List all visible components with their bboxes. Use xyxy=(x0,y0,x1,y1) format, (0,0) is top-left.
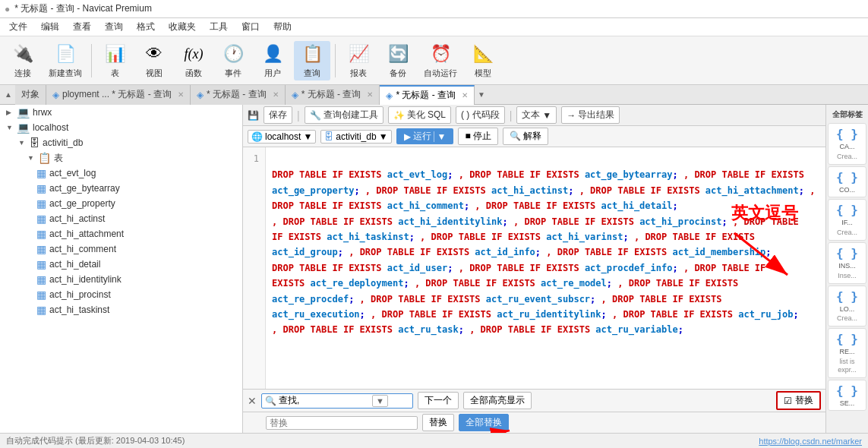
table-icon: 📊 xyxy=(103,43,127,66)
sidebar-item-act-hi-procinst[interactable]: ▦ act_hi_procinst xyxy=(0,287,242,302)
sidebar-item-act-hi-actinst[interactable]: ▦ act_hi_actinst xyxy=(0,211,242,226)
arrow-hrwx: ▶ xyxy=(6,109,14,116)
tab-query-2[interactable]: ◈ * 无标题 - 查询 ✕ xyxy=(191,85,286,105)
act-hi-taskinst-label: act_hi_taskinst xyxy=(49,304,109,315)
view-icon: 👁 xyxy=(142,43,166,66)
toolbar-model[interactable]: 📐 模型 xyxy=(465,41,501,80)
toolbar-table[interactable]: 📊 表 xyxy=(96,41,133,80)
search-dropdown[interactable]: ▼ xyxy=(372,395,388,407)
search-input[interactable] xyxy=(279,396,370,406)
sidebar-item-act-hi-attachment[interactable]: ▦ act_hi_attachment xyxy=(0,226,242,241)
toolbar-connect-label: 连接 xyxy=(14,68,31,79)
tab-object[interactable]: 对象 xyxy=(15,85,46,105)
next-button[interactable]: 下一个 xyxy=(418,392,459,409)
right-panel-co[interactable]: { } CO... xyxy=(828,166,866,198)
sidebar-item-localhost[interactable]: ▼ 💻 localhost xyxy=(0,120,242,135)
code-content[interactable]: DROP TABLE IF EXISTS act_evt_log; , DROP… xyxy=(266,147,825,389)
lo-icon: { } xyxy=(836,289,858,304)
menu-tools[interactable]: 工具 xyxy=(204,19,234,35)
tab-query-1[interactable]: ◈ ployment ... * 无标题 - 查询 ✕ xyxy=(46,85,191,105)
status-url: https://blog.csdn.net/marker xyxy=(759,437,862,446)
save-button[interactable]: 保存 xyxy=(264,106,292,124)
app-title: * 无标题 - 查询 - Navicat Premium xyxy=(14,2,152,15)
right-panel-sel[interactable]: { } SE... xyxy=(828,380,866,412)
tables-icon: 📋 xyxy=(38,152,51,164)
beautify-button[interactable]: ✨ 美化 SQL xyxy=(388,106,451,124)
host-dropdown-icon: ▼ xyxy=(303,131,312,142)
right-panel-lo[interactable]: { } LO... Crea... xyxy=(828,286,866,327)
tab-query-1-close[interactable]: ✕ xyxy=(178,90,184,99)
toolbar-query[interactable]: 📋 查询 xyxy=(294,41,330,80)
menu-edit[interactable]: 编辑 xyxy=(35,19,65,35)
model-icon: 📐 xyxy=(471,43,495,66)
if-sub: Crea... xyxy=(837,229,857,237)
sidebar-item-activiti-db[interactable]: ▼ 🗄 activiti_db xyxy=(0,135,242,150)
menu-window[interactable]: 窗口 xyxy=(235,19,266,35)
host-select[interactable]: 🌐 localhost ▼ xyxy=(248,130,316,144)
main-toolbar: 🔌 连接 📄 新建查询 📊 表 👁 视图 f(x) 函数 🕐 事件 👤 用户 📋… xyxy=(0,36,868,85)
menu-favorites[interactable]: 收藏夹 xyxy=(163,19,202,35)
sidebar-item-tables[interactable]: ▼ 📋 表 xyxy=(0,150,242,166)
tab-object-label: 对象 xyxy=(21,88,39,101)
sidebar-item-act-ge-property[interactable]: ▦ act_ge_property xyxy=(0,196,242,211)
stop-button[interactable]: ■ 停止 xyxy=(458,128,498,145)
text-button[interactable]: 文本 ▼ xyxy=(516,106,557,124)
toolbar-view[interactable]: 👁 视图 xyxy=(136,41,172,80)
export-button[interactable]: → 导出结果 xyxy=(561,106,620,124)
sidebar-item-act-evt-log[interactable]: ▦ act_evt_log xyxy=(0,166,242,181)
rep-icon: { } xyxy=(836,332,858,346)
toolbar-user[interactable]: 👤 用户 xyxy=(254,41,291,80)
toolbar-event-label: 事件 xyxy=(225,68,241,79)
db-select[interactable]: 🗄 activiti_db ▼ xyxy=(320,130,391,144)
run-button[interactable]: ▶ 运行 ▼ xyxy=(396,128,454,144)
replace-toggle[interactable]: ☑ 替换 xyxy=(776,391,821,410)
toolbar-auto-run[interactable]: ⏰ 自动运行 xyxy=(419,41,462,80)
code-editor[interactable]: 1 DROP TABLE IF EXISTS act_evt_log; , DR… xyxy=(243,147,825,389)
menu-view[interactable]: 查看 xyxy=(67,19,97,35)
toolbar-func[interactable]: f(x) 函数 xyxy=(175,41,212,80)
act-ge-property-label: act_ge_property xyxy=(49,198,115,209)
sidebar-tree: ▶ 💻 hrwx ▼ 💻 localhost ▼ 🗄 activiti_db ▼… xyxy=(0,105,242,433)
tab-query-2-label: * 无标题 - 查询 xyxy=(207,88,267,101)
code-snippet-button[interactable]: ( ) 代码段 xyxy=(456,106,505,124)
tab-query-3-close[interactable]: ✕ xyxy=(367,90,373,99)
if-label: IF... xyxy=(841,219,853,227)
toolbar-new-query[interactable]: 📄 新建查询 xyxy=(44,41,87,80)
create-query-button[interactable]: 🔧 查询创建工具 xyxy=(305,106,383,124)
toolbar-backup[interactable]: 🔄 备份 xyxy=(380,41,416,80)
replace-button[interactable]: 替换 xyxy=(422,414,454,431)
replace-input[interactable] xyxy=(270,418,361,428)
right-panel-rep[interactable]: { } RE... list is expr... xyxy=(828,328,866,377)
text-dropdown-icon: ▼ xyxy=(542,110,551,121)
explain-button[interactable]: 🔍 解释 xyxy=(503,128,548,145)
tab-query-4[interactable]: ◈ * 无标题 - 查询 ✕ xyxy=(380,85,475,105)
menu-format[interactable]: 格式 xyxy=(131,19,161,35)
export-icon: → xyxy=(567,110,576,121)
sidebar-item-hrwx[interactable]: ▶ 💻 hrwx xyxy=(0,105,242,120)
right-panel-if[interactable]: { } IF... Crea... xyxy=(828,199,866,241)
menu-help[interactable]: 帮助 xyxy=(267,19,298,35)
sidebar-item-act-hi-identitylink[interactable]: ▦ act_hi_identitylink xyxy=(0,272,242,287)
act-hi-taskinst-icon: ▦ xyxy=(36,304,46,316)
sidebar-item-act-ge-bytearray[interactable]: ▦ act_ge_bytearray xyxy=(0,181,242,196)
close-search-button[interactable]: ✕ xyxy=(248,395,257,407)
highlight-button[interactable]: 全部高亮显示 xyxy=(463,392,532,409)
tab-query-2-close[interactable]: ✕ xyxy=(273,90,279,99)
tab-next-btn[interactable]: ▼ xyxy=(475,85,488,105)
sidebar-item-act-hi-detail[interactable]: ▦ act_hi_detail xyxy=(0,257,242,272)
right-panel-ins[interactable]: { } INS... Inse... xyxy=(828,242,866,284)
menu-query[interactable]: 查询 xyxy=(99,19,129,35)
tab-prev-btn[interactable]: ▲ xyxy=(2,85,15,105)
toolbar-report[interactable]: 📈 报表 xyxy=(340,41,377,80)
toolbar-event[interactable]: 🕐 事件 xyxy=(215,41,251,80)
tab-query-4-close[interactable]: ✕ xyxy=(462,91,468,99)
toolbar-query-label: 查询 xyxy=(304,68,320,79)
sidebar-item-act-hi-comment[interactable]: ▦ act_hi_comment xyxy=(0,241,242,257)
menu-file[interactable]: 文件 xyxy=(3,19,33,35)
beautify-icon: ✨ xyxy=(393,110,405,121)
sidebar-item-act-hi-taskinst[interactable]: ▦ act_hi_taskinst xyxy=(0,302,242,317)
toolbar-connect[interactable]: 🔌 连接 xyxy=(5,41,41,80)
tab-query-3[interactable]: ◈ * 无标题 - 查询 ✕ xyxy=(286,85,380,105)
replace-arrow xyxy=(468,415,529,434)
right-panel-cas[interactable]: { } CA... Crea... xyxy=(828,123,866,165)
